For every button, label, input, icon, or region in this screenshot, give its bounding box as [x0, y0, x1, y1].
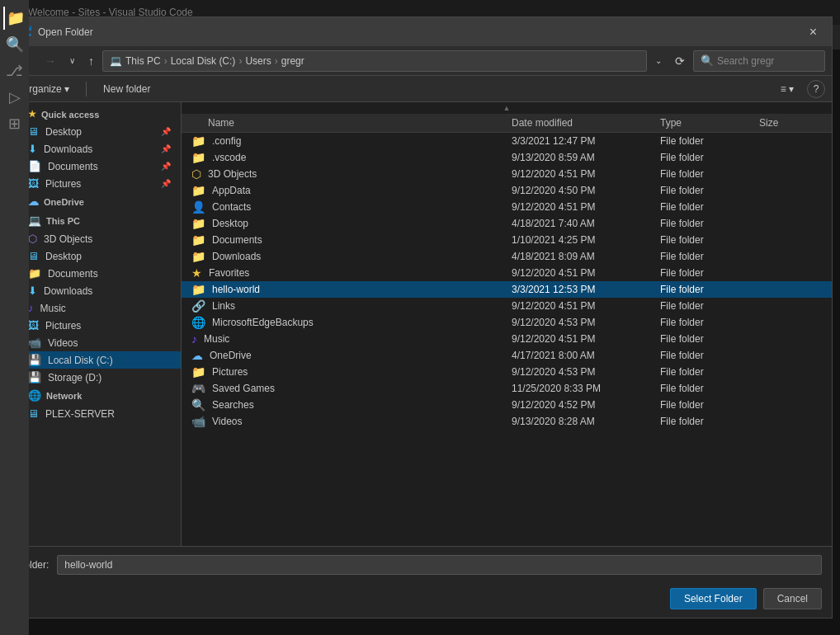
table-row[interactable]: 📁 Documents 1/10/2021 4:25 PM File folde…: [182, 232, 832, 248]
column-name[interactable]: Name: [188, 117, 512, 129]
onedrive-header[interactable]: ▾ ☁ OneDrive: [8, 192, 181, 211]
pin-icon3: 📌: [161, 162, 171, 171]
pictures-quick-icon: 🖼: [28, 177, 39, 190]
sidebar-item-local-disk-c[interactable]: 💾 Local Disk (C:): [8, 351, 181, 369]
table-row[interactable]: 📁 .config 3/3/2021 12:47 PM File folder: [182, 133, 832, 149]
documents-quick-icon: 📄: [28, 160, 41, 172]
this-pc-header[interactable]: ▾ 💻 This PC: [8, 211, 181, 230]
breadcrumb-seg0: This PC: [125, 55, 161, 67]
table-row[interactable]: ☁ OneDrive 4/17/2021 8:00 AM File folder: [182, 347, 832, 364]
file-icon: 📁: [191, 151, 205, 164]
file-type: File folder: [660, 168, 759, 180]
sidebar-item-pictures[interactable]: 🖼 Pictures: [8, 317, 181, 334]
table-row[interactable]: 🔍 Searches 9/12/2020 4:52 PM File folder: [182, 397, 832, 413]
activity-search-icon[interactable]: 🔍: [3, 33, 26, 56]
dialog-titlebar: Open Folder ×: [8, 17, 832, 46]
activity-debug-icon[interactable]: ▷: [3, 86, 26, 109]
onedrive-icon: ☁: [28, 195, 39, 208]
table-row[interactable]: 📁 Downloads 4/18/2021 8:09 AM File folde…: [182, 248, 832, 265]
file-type: File folder: [660, 185, 759, 196]
sidebar-item-3d-objects[interactable]: ⬡ 3D Objects: [8, 230, 181, 247]
local-disk-c-icon: 💾: [28, 354, 41, 366]
file-name: Pictures: [212, 366, 248, 378]
file-date: 9/12/2020 4:51 PM: [512, 201, 660, 213]
sidebar-item-desktop-quick[interactable]: 🖥 Desktop 📌: [8, 123, 181, 140]
pin-icon: 📌: [161, 127, 171, 136]
table-row[interactable]: ⬡ 3D Objects 9/12/2020 4:51 PM File fold…: [182, 166, 832, 182]
vscode-background: Welcome - Sites - Visual Studio Code Fil…: [0, 0, 840, 635]
table-row[interactable]: ★ Favorites 9/12/2020 4:51 PM File folde…: [182, 265, 832, 281]
file-name: Favorites: [209, 267, 249, 279]
sidebar-downloads-quick-label: Downloads: [44, 143, 92, 155]
search-bar[interactable]: 🔍: [693, 50, 825, 72]
file-date: 9/13/2020 8:59 AM: [512, 152, 660, 163]
organize-dropdown-icon: ▾: [64, 83, 69, 95]
sidebar-item-videos[interactable]: 📹 Videos: [8, 334, 181, 351]
sidebar-item-storage-d[interactable]: 💾 Storage (D:): [8, 369, 181, 386]
folder-input[interactable]: [57, 555, 822, 575]
dialog-titlebar-left: Open Folder: [18, 26, 93, 39]
network-header[interactable]: ▾ 🌐 Network: [8, 386, 181, 405]
table-row[interactable]: 📹 Videos 9/13/2020 8:28 AM File folder: [182, 413, 832, 430]
file-type: File folder: [660, 267, 759, 279]
table-row[interactable]: 📁 AppData 9/12/2020 4:50 PM File folder: [182, 182, 832, 199]
table-row[interactable]: ♪ Music 9/12/2020 4:51 PM File folder: [182, 331, 832, 347]
activity-explorer-icon[interactable]: 📁: [3, 7, 26, 30]
breadcrumb-sep2: ›: [275, 55, 278, 67]
sidebar-item-downloads[interactable]: ⬇ Downloads: [8, 282, 181, 299]
plex-server-label: PLEX-SERVER: [45, 408, 115, 420]
file-rows-container: 📁 .config 3/3/2021 12:47 PM File folder …: [182, 133, 832, 430]
select-folder-button[interactable]: Select Folder: [670, 588, 757, 609]
new-folder-button[interactable]: New folder: [97, 81, 157, 97]
table-row[interactable]: 🔗 Links 9/12/2020 4:51 PM File folder: [182, 298, 832, 314]
forward-button[interactable]: →: [40, 51, 61, 71]
table-row[interactable]: 🌐 MicrosoftEdgeBackups 9/12/2020 4:53 PM…: [182, 314, 832, 331]
activity-source-control-icon[interactable]: ⎇: [3, 59, 26, 82]
column-type[interactable]: Type: [660, 117, 759, 129]
quick-access-header[interactable]: ▾ ★ Quick access: [8, 106, 181, 123]
breadcrumb-sep0: ›: [164, 55, 168, 67]
table-row[interactable]: 📁 Desktop 4/18/2021 7:40 AM File folder: [182, 215, 832, 232]
table-row[interactable]: 🎮 Saved Games 11/25/2020 8:33 PM File fo…: [182, 380, 832, 397]
table-row[interactable]: 📁 hello-world 3/3/2021 12:53 PM File fol…: [182, 281, 832, 298]
sidebar-item-plex-server[interactable]: 🖥 PLEX-SERVER: [8, 405, 181, 422]
sidebar-item-pictures-quick[interactable]: 🖼 Pictures 📌: [8, 175, 181, 192]
file-type: File folder: [660, 333, 759, 345]
table-row[interactable]: 📁 Pictures 9/12/2020 4:53 PM File folder: [182, 364, 832, 380]
dropdown-button[interactable]: ∨: [64, 53, 80, 68]
file-date: 9/12/2020 4:53 PM: [512, 317, 660, 328]
dialog-close-button[interactable]: ×: [805, 23, 822, 41]
column-date-modified[interactable]: Date modified: [512, 117, 660, 129]
table-row[interactable]: 📁 .vscode 9/13/2020 8:59 AM File folder: [182, 149, 832, 166]
quick-access-label: Quick access: [41, 110, 99, 120]
up-button[interactable]: ↑: [83, 51, 99, 71]
videos-label: Videos: [48, 337, 78, 349]
search-icon: 🔍: [701, 54, 714, 67]
file-type: File folder: [660, 317, 759, 328]
help-button[interactable]: ?: [807, 80, 825, 98]
file-date: 9/12/2020 4:52 PM: [512, 399, 660, 411]
activity-bar: 📁 🔍 ⎇ ▷ ⊞: [0, 0, 29, 635]
file-name: Saved Games: [212, 383, 275, 394]
column-size[interactable]: Size: [759, 117, 825, 129]
view-toggle-button[interactable]: ≡ ▾: [774, 81, 800, 97]
storage-d-icon: 💾: [28, 371, 41, 383]
breadcrumb-bar[interactable]: 💻 This PC › Local Disk (C:) › Users › gr…: [102, 50, 647, 72]
sidebar-item-documents[interactable]: 📁 Documents: [8, 265, 181, 282]
file-icon: 🔍: [191, 398, 205, 412]
cancel-button[interactable]: Cancel: [763, 588, 822, 609]
file-icon: ☁: [191, 349, 203, 362]
table-row[interactable]: 👤 Contacts 9/12/2020 4:51 PM File folder: [182, 199, 832, 215]
file-type: File folder: [660, 218, 759, 229]
sidebar-item-desktop[interactable]: 🖥 Desktop: [8, 247, 181, 265]
expand-button[interactable]: ⌄: [650, 53, 667, 68]
sort-indicator: ▲: [182, 102, 832, 114]
search-input[interactable]: [717, 55, 816, 67]
sidebar-item-downloads-quick[interactable]: ⬇ Downloads 📌: [8, 140, 181, 158]
activity-extensions-icon[interactable]: ⊞: [3, 112, 26, 135]
sidebar-item-documents-quick[interactable]: 📄 Documents 📌: [8, 158, 181, 175]
file-date: 9/12/2020 4:50 PM: [512, 185, 660, 196]
documents-label: Documents: [48, 268, 98, 280]
sidebar-item-music[interactable]: ♪ Music: [8, 299, 181, 317]
refresh-button[interactable]: ⟳: [670, 51, 690, 71]
